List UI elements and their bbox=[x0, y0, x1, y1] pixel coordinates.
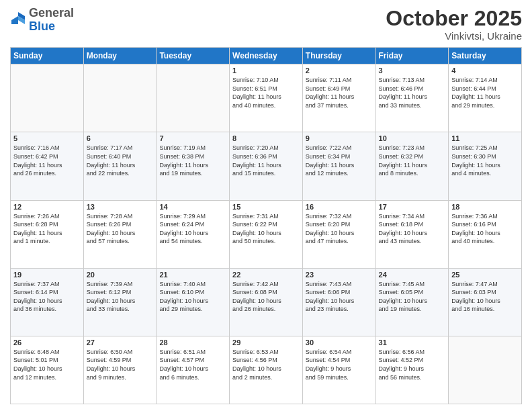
day-number: 4 bbox=[451, 66, 519, 75]
calendar-cell: 28Sunrise: 6:51 AMSunset: 4:57 PMDayligh… bbox=[157, 336, 230, 404]
day-number: 12 bbox=[13, 203, 81, 211]
calendar-cell: 22Sunrise: 7:42 AMSunset: 6:08 PMDayligh… bbox=[230, 268, 303, 336]
calendar-cell: 30Sunrise: 6:54 AMSunset: 4:54 PMDayligh… bbox=[302, 336, 375, 404]
calendar-cell: 6Sunrise: 7:17 AMSunset: 6:40 PMDaylight… bbox=[83, 132, 157, 200]
calendar-cell: 16Sunrise: 7:32 AMSunset: 6:20 PMDayligh… bbox=[302, 200, 375, 268]
col-monday: Monday bbox=[83, 48, 157, 64]
calendar-cell bbox=[83, 64, 157, 132]
day-info: Sunrise: 7:22 AMSunset: 6:34 PMDaylight:… bbox=[306, 144, 373, 177]
day-number: 7 bbox=[159, 134, 226, 142]
calendar-cell: 2Sunrise: 7:11 AMSunset: 6:49 PMDaylight… bbox=[302, 64, 375, 132]
day-number: 6 bbox=[87, 134, 154, 142]
day-info: Sunrise: 7:32 AMSunset: 6:20 PMDaylight:… bbox=[306, 212, 373, 246]
day-info: Sunrise: 7:47 AMSunset: 6:03 PMDaylight:… bbox=[451, 280, 519, 314]
calendar-cell: 10Sunrise: 7:23 AMSunset: 6:32 PMDayligh… bbox=[375, 132, 449, 200]
day-info: Sunrise: 7:26 AMSunset: 6:28 PMDaylight:… bbox=[13, 212, 81, 246]
day-number: 23 bbox=[306, 271, 373, 279]
calendar-cell: 18Sunrise: 7:36 AMSunset: 6:16 PMDayligh… bbox=[449, 200, 522, 268]
week-row-1: 1Sunrise: 7:10 AMSunset: 6:51 PMDaylight… bbox=[11, 64, 522, 132]
day-info: Sunrise: 7:13 AMSunset: 6:46 PMDaylight:… bbox=[379, 76, 446, 109]
title-block: October 2025 Vinkivtsi, Ukraine bbox=[386, 7, 522, 42]
day-number: 9 bbox=[306, 134, 373, 142]
day-number: 10 bbox=[379, 134, 446, 142]
week-row-4: 19Sunrise: 7:37 AMSunset: 6:14 PMDayligh… bbox=[11, 268, 522, 336]
col-thursday: Thursday bbox=[302, 48, 375, 64]
day-number: 29 bbox=[232, 338, 300, 347]
calendar-cell bbox=[157, 64, 230, 132]
day-number: 3 bbox=[379, 66, 446, 75]
calendar-cell: 9Sunrise: 7:22 AMSunset: 6:34 PMDaylight… bbox=[302, 132, 375, 200]
week-row-5: 26Sunrise: 6:48 AMSunset: 5:01 PMDayligh… bbox=[11, 336, 522, 404]
day-number: 14 bbox=[159, 203, 226, 211]
day-info: Sunrise: 6:51 AMSunset: 4:57 PMDaylight:… bbox=[159, 348, 226, 381]
calendar-cell: 27Sunrise: 6:50 AMSunset: 4:59 PMDayligh… bbox=[83, 336, 157, 404]
week-row-3: 12Sunrise: 7:26 AMSunset: 6:28 PMDayligh… bbox=[11, 200, 522, 268]
col-tuesday: Tuesday bbox=[157, 48, 230, 64]
calendar-cell: 17Sunrise: 7:34 AMSunset: 6:18 PMDayligh… bbox=[375, 200, 449, 268]
day-info: Sunrise: 7:34 AMSunset: 6:18 PMDaylight:… bbox=[379, 212, 446, 246]
calendar-cell bbox=[449, 336, 522, 404]
day-info: Sunrise: 6:50 AMSunset: 4:59 PMDaylight:… bbox=[87, 348, 154, 381]
calendar-cell: 11Sunrise: 7:25 AMSunset: 6:30 PMDayligh… bbox=[449, 132, 522, 200]
calendar-cell: 19Sunrise: 7:37 AMSunset: 6:14 PMDayligh… bbox=[11, 268, 84, 336]
day-number: 20 bbox=[87, 271, 154, 279]
day-info: Sunrise: 7:14 AMSunset: 6:44 PMDaylight:… bbox=[451, 76, 519, 109]
day-number: 2 bbox=[306, 66, 373, 75]
day-info: Sunrise: 6:56 AMSunset: 4:52 PMDaylight:… bbox=[379, 348, 446, 381]
calendar-cell: 8Sunrise: 7:20 AMSunset: 6:36 PMDaylight… bbox=[230, 132, 303, 200]
col-wednesday: Wednesday bbox=[230, 48, 303, 64]
calendar-cell: 21Sunrise: 7:40 AMSunset: 6:10 PMDayligh… bbox=[157, 268, 230, 336]
calendar-cell: 1Sunrise: 7:10 AMSunset: 6:51 PMDaylight… bbox=[230, 64, 303, 132]
day-info: Sunrise: 7:10 AMSunset: 6:51 PMDaylight:… bbox=[232, 76, 300, 109]
day-info: Sunrise: 7:37 AMSunset: 6:14 PMDaylight:… bbox=[13, 280, 81, 314]
calendar-cell: 4Sunrise: 7:14 AMSunset: 6:44 PMDaylight… bbox=[449, 64, 522, 132]
day-number: 16 bbox=[306, 203, 373, 211]
day-info: Sunrise: 7:45 AMSunset: 6:05 PMDaylight:… bbox=[379, 280, 446, 314]
day-number: 28 bbox=[159, 338, 226, 347]
day-info: Sunrise: 7:29 AMSunset: 6:24 PMDaylight:… bbox=[159, 212, 226, 246]
day-info: Sunrise: 6:53 AMSunset: 4:56 PMDaylight:… bbox=[232, 348, 300, 381]
day-number: 15 bbox=[232, 203, 300, 211]
day-info: Sunrise: 7:43 AMSunset: 6:06 PMDaylight:… bbox=[306, 280, 373, 314]
col-saturday: Saturday bbox=[449, 48, 522, 64]
calendar-subtitle: Vinkivtsi, Ukraine bbox=[386, 30, 522, 42]
calendar-cell: 5Sunrise: 7:16 AMSunset: 6:42 PMDaylight… bbox=[11, 132, 84, 200]
day-info: Sunrise: 7:25 AMSunset: 6:30 PMDaylight:… bbox=[451, 144, 519, 177]
day-number: 17 bbox=[379, 203, 446, 211]
calendar-cell: 3Sunrise: 7:13 AMSunset: 6:46 PMDaylight… bbox=[375, 64, 449, 132]
calendar-cell: 15Sunrise: 7:31 AMSunset: 6:22 PMDayligh… bbox=[230, 200, 303, 268]
day-info: Sunrise: 7:36 AMSunset: 6:16 PMDaylight:… bbox=[451, 212, 519, 246]
day-info: Sunrise: 6:54 AMSunset: 4:54 PMDaylight:… bbox=[306, 348, 373, 381]
day-info: Sunrise: 6:48 AMSunset: 5:01 PMDaylight:… bbox=[13, 348, 81, 381]
logo: General Blue bbox=[10, 7, 74, 34]
calendar-cell: 7Sunrise: 7:19 AMSunset: 6:38 PMDaylight… bbox=[157, 132, 230, 200]
week-row-2: 5Sunrise: 7:16 AMSunset: 6:42 PMDaylight… bbox=[11, 132, 522, 200]
day-number: 26 bbox=[13, 338, 81, 347]
day-number: 18 bbox=[451, 203, 519, 211]
day-info: Sunrise: 7:42 AMSunset: 6:08 PMDaylight:… bbox=[232, 280, 300, 314]
header: General Blue October 2025 Vinkivtsi, Ukr… bbox=[10, 7, 522, 42]
calendar-cell: 24Sunrise: 7:45 AMSunset: 6:05 PMDayligh… bbox=[375, 268, 449, 336]
day-number: 27 bbox=[87, 338, 154, 347]
day-number: 11 bbox=[451, 134, 519, 142]
day-number: 13 bbox=[87, 203, 154, 211]
day-info: Sunrise: 7:40 AMSunset: 6:10 PMDaylight:… bbox=[159, 280, 226, 314]
logo-blue: Blue bbox=[29, 19, 55, 33]
day-number: 19 bbox=[13, 271, 81, 279]
day-info: Sunrise: 7:28 AMSunset: 6:26 PMDaylight:… bbox=[87, 212, 154, 246]
calendar-cell: 25Sunrise: 7:47 AMSunset: 6:03 PMDayligh… bbox=[449, 268, 522, 336]
calendar-cell bbox=[11, 64, 84, 132]
day-info: Sunrise: 7:20 AMSunset: 6:36 PMDaylight:… bbox=[232, 144, 300, 177]
day-number: 8 bbox=[232, 134, 300, 142]
calendar-cell: 23Sunrise: 7:43 AMSunset: 6:06 PMDayligh… bbox=[302, 268, 375, 336]
day-info: Sunrise: 7:11 AMSunset: 6:49 PMDaylight:… bbox=[306, 76, 373, 109]
logo-general: General bbox=[29, 6, 74, 19]
logo-text: General Blue bbox=[29, 7, 74, 34]
day-number: 21 bbox=[159, 271, 226, 279]
header-row: Sunday Monday Tuesday Wednesday Thursday… bbox=[11, 48, 522, 64]
day-number: 24 bbox=[379, 271, 446, 279]
calendar-cell: 26Sunrise: 6:48 AMSunset: 5:01 PMDayligh… bbox=[11, 336, 84, 404]
calendar-cell: 13Sunrise: 7:28 AMSunset: 6:26 PMDayligh… bbox=[83, 200, 157, 268]
day-number: 22 bbox=[232, 271, 300, 279]
col-sunday: Sunday bbox=[11, 48, 84, 64]
